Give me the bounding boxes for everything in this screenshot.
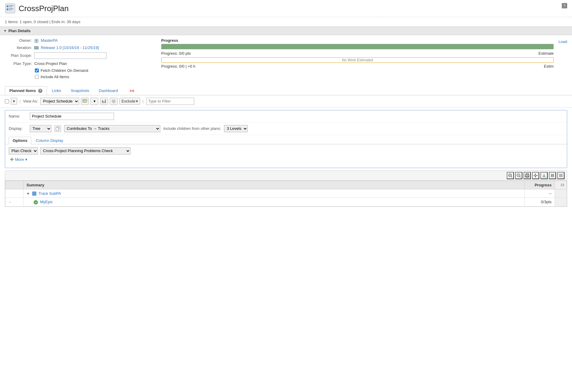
toolbar-sep2: |: [143, 99, 143, 103]
exclude-label: Exclude: [121, 99, 135, 103]
include-all-label: Include All Items: [41, 75, 69, 79]
table-row: ▼ Track SubPA --: [5, 189, 567, 198]
exclude-btn[interactable]: Exclude ▾: [119, 98, 140, 105]
more-options-btn[interactable]: [557, 172, 564, 179]
fetch-children-row: Fetch Children On Demand: [35, 68, 155, 73]
svg-rect-2: [7, 8, 8, 10]
config-levels-select[interactable]: 3 Levels 1 Level 2 Levels All: [224, 125, 248, 132]
view-dropdown-btn[interactable]: ▾: [91, 98, 98, 105]
back-arrow[interactable]: ←: [8, 200, 12, 204]
table-row: ← MyEpic 0/3pts: [5, 198, 567, 207]
view-as-select[interactable]: Project Schedule List Board Timeline: [40, 98, 79, 105]
include-all-row: Include All Items: [35, 75, 155, 79]
tab-dashboard[interactable]: Dashboard: [94, 86, 123, 95]
gantt-col-empty: [5, 181, 23, 189]
planned-items-help[interactable]: ?: [38, 89, 42, 93]
config-name-row: Name:: [5, 110, 567, 123]
config-tab-options[interactable]: Options: [9, 137, 31, 144]
fit-btn[interactable]: [532, 172, 539, 179]
load-link[interactable]: Load: [558, 39, 567, 44]
config-display-select[interactable]: Tree Flat Outline: [30, 125, 51, 132]
owner-row: Owner: MasterPA: [5, 38, 155, 43]
expand-cols-btn[interactable]: [549, 172, 556, 179]
plan-details-arrow: ▼: [4, 29, 7, 32]
svg-rect-14: [105, 100, 106, 103]
page-header: CrossProjPlan ?: [0, 0, 572, 17]
svg-rect-27: [526, 176, 528, 177]
settings-icon: [111, 99, 116, 104]
config-name-label: Name:: [9, 114, 27, 118]
tab-links[interactable]: Links: [48, 86, 66, 95]
filter-input[interactable]: [146, 98, 194, 105]
svg-rect-1: [7, 5, 8, 7]
settings-btn[interactable]: [110, 98, 118, 105]
progress-work-row: Progress: 0/0 | +0 h Estim: [161, 64, 554, 69]
more-label: More: [15, 157, 24, 162]
config-panel: Name: Display: Tree Flat Outline Contrib…: [5, 110, 567, 168]
toolbar-sep1: |: [20, 99, 20, 103]
links-tab-label: Links: [52, 88, 61, 93]
plan-details-section-header[interactable]: ▼ Plan Details: [0, 26, 572, 35]
download-btn[interactable]: [540, 172, 548, 179]
row-2-actions: ←: [5, 198, 23, 207]
tabs-bar: Planned Items ? Links Snapshots Dashboar…: [0, 84, 572, 95]
zoom-in-icon: [508, 173, 513, 178]
row-1-actions: [5, 189, 23, 198]
track-subpa-link[interactable]: Track SubPA: [38, 191, 61, 196]
include-all-checkbox[interactable]: [35, 75, 39, 79]
copy-display-btn[interactable]: [54, 125, 61, 132]
page-icon: [5, 3, 16, 14]
xe-tab-label: ×≡: [129, 88, 134, 93]
tab-xe[interactable]: ×≡: [123, 86, 139, 95]
config-name-input[interactable]: [30, 113, 114, 120]
expand-cols-icon: [550, 173, 555, 178]
checkbox-dropdown-btn[interactable]: ▾: [11, 98, 17, 105]
tab-planned-items[interactable]: Planned Items ?: [5, 86, 47, 95]
progress-pts-row: Progress: 0/0 pts Estimate: [161, 51, 554, 56]
progress-work-label: Progress: 0/0 | +0 h: [161, 64, 195, 69]
svg-rect-17: [56, 127, 59, 130]
zoom-in-btn[interactable]: [507, 172, 514, 179]
svg-rect-5: [9, 8, 13, 9]
copy-icon: [56, 127, 60, 131]
progress-work-bar: No Work Estimated: [161, 57, 554, 63]
chart-btn[interactable]: [100, 98, 108, 105]
progress-pts-label: Progress: 0/0 pts: [161, 51, 191, 56]
plan-right-col: Progress Progress: 0/0 pts Estimate No W…: [161, 38, 567, 81]
owner-link[interactable]: MasterPA: [41, 38, 58, 43]
edit-view-btn[interactable]: [81, 98, 89, 105]
more-btn[interactable]: ✛ More ▾: [10, 157, 27, 162]
options-checks-row: Plan Check No Check Cross-Project Planni…: [9, 147, 563, 155]
tab-snapshots[interactable]: Snapshots: [66, 86, 94, 95]
print-btn[interactable]: [524, 172, 531, 179]
row-2-summary: MyEpic: [23, 198, 525, 207]
expand-icon[interactable]: ▼: [26, 192, 30, 195]
plan-check-select[interactable]: Plan Check No Check: [9, 147, 38, 155]
plan-scope-label: Plan Scope:: [5, 53, 32, 58]
myepic-link[interactable]: MyEpic: [40, 200, 53, 204]
gantt-col-date: 13: [555, 181, 567, 189]
iteration-value: Release 1.0 [10/16/19 - 11/25/19]: [34, 45, 99, 50]
select-all-checkbox[interactable]: [5, 99, 9, 103]
owner-value: MasterPA: [34, 38, 58, 43]
gantt-table: Summary Progress 13 ▼ Track SubPA -- ←: [5, 181, 567, 207]
owner-icon: [34, 39, 38, 43]
cross-project-select[interactable]: Cross-Project Planning Problems Check: [40, 147, 131, 155]
config-tab-column-display[interactable]: Column Display: [32, 137, 67, 144]
svg-rect-6: [9, 10, 12, 10]
svg-point-15: [113, 100, 115, 102]
estimate-pts-label: Estimate: [539, 51, 554, 56]
config-display-label: Display:: [9, 126, 27, 131]
options-panel: Plan Check No Check Cross-Project Planni…: [5, 144, 567, 168]
config-contributes-select[interactable]: Contributes To → Tracks: [64, 125, 160, 132]
zoom-out-btn[interactable]: [515, 172, 522, 179]
row-2-progress: 0/3pts: [525, 198, 555, 207]
help-icon[interactable]: ?: [562, 3, 567, 8]
more-dropdown-arrow: ▾: [25, 157, 27, 162]
svg-rect-12: [102, 100, 103, 103]
fetch-children-checkbox[interactable]: [35, 69, 39, 72]
plan-scope-input[interactable]: [34, 52, 106, 59]
iteration-link[interactable]: Release 1.0 [10/16/19 - 11/25/19]: [41, 45, 99, 50]
options-more-row: ✛ More ▾: [9, 157, 563, 162]
download-icon: [542, 173, 546, 178]
